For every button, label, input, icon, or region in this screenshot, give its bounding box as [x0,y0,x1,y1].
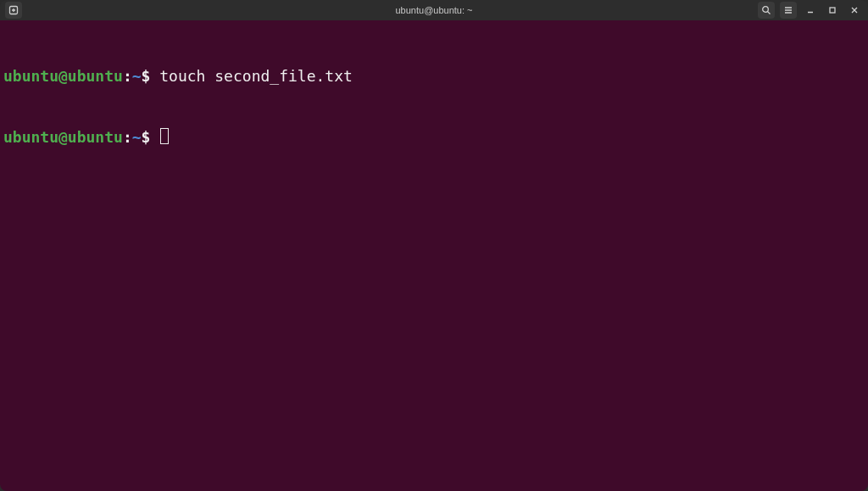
terminal-window: ubuntu@ubuntu: ~ [0,0,868,491]
close-button[interactable] [846,2,863,19]
menu-button[interactable] [780,2,797,19]
terminal-line: ubuntu@ubuntu:~$ touch second_file.txt [3,66,863,86]
prompt-separator: : [123,128,132,146]
maximize-icon [827,5,837,15]
new-tab-button[interactable] [5,2,22,19]
search-button[interactable] [758,2,775,19]
maximize-button[interactable] [824,2,841,19]
minimize-icon [805,5,815,15]
cursor-block [160,128,169,144]
prompt-user-host: ubuntu@ubuntu [3,67,123,85]
prompt-symbol: $ [142,128,151,146]
window-title: ubuntu@ubuntu: ~ [396,5,473,15]
prompt-separator: : [123,67,132,85]
search-icon [761,5,771,15]
prompt-symbol: $ [142,67,151,85]
terminal-area[interactable]: ubuntu@ubuntu:~$ touch second_file.txt u… [0,20,868,491]
new-tab-icon [8,5,19,15]
terminal-line: ubuntu@ubuntu:~$ [3,127,863,148]
svg-line-4 [768,12,771,14]
prompt-user-host: ubuntu@ubuntu [3,128,123,146]
command-text: touch second_file.txt [159,67,353,85]
prompt-path: ~ [132,128,142,146]
close-icon [849,5,860,15]
minimize-button[interactable] [802,2,819,19]
svg-rect-9 [830,8,835,13]
command-text [150,128,159,146]
command-text [150,67,159,85]
svg-point-3 [763,7,769,13]
titlebar: ubuntu@ubuntu: ~ [0,0,868,20]
hamburger-menu-icon [783,5,793,15]
prompt-path: ~ [132,67,142,85]
